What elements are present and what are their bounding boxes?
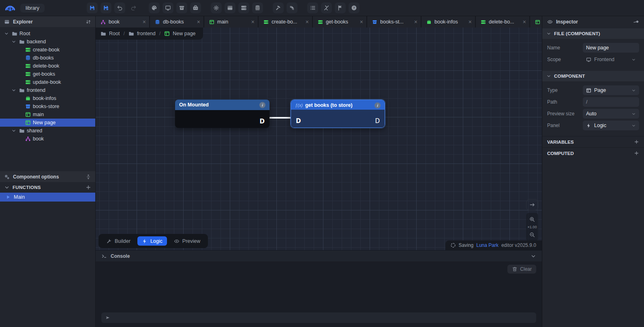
settings-button[interactable] [211,2,222,13]
close-icon[interactable]: × [523,19,526,25]
close-icon[interactable]: × [197,19,200,25]
logs-button[interactable] [307,2,318,13]
output-port[interactable]: D [260,118,265,125]
save-button[interactable] [87,2,98,13]
tree-item-new-page[interactable]: New page [0,119,95,127]
tree-item-root[interactable]: Root [0,30,95,38]
scope-select[interactable]: Frontend [583,55,639,64]
tree-item-frontend[interactable]: frontend [0,86,95,94]
toolbar: ? [87,2,369,13]
tree-item-update-book[interactable]: update-book [0,78,95,86]
save-all-button[interactable] [101,2,111,13]
tab-books-st-[interactable]: books-st...× [367,16,421,28]
functions-section-header[interactable]: FUNCTIONS [0,182,95,193]
mode-builder-button[interactable]: Builder [102,236,135,246]
chevron-down-icon[interactable] [11,88,17,93]
tree-item-create-book[interactable]: create-book [0,46,95,54]
theme-button[interactable] [149,2,160,13]
section-header-component[interactable]: COMPONENT [542,71,644,81]
tab-book[interactable]: book× [96,16,149,28]
zoom-in-button[interactable] [527,214,537,224]
server-icon [25,71,31,77]
app-window-button[interactable] [225,2,235,13]
screens-button[interactable] [163,2,173,13]
deploy-button[interactable] [287,2,297,13]
kit-button[interactable] [190,2,201,13]
brand-link[interactable]: Luna Park [476,242,499,248]
tab-create-bo-[interactable]: create-bo...× [259,16,312,28]
tree-item-book-infos[interactable]: book-infos [0,94,95,102]
close-icon[interactable]: × [251,19,255,25]
tree-item-db-books[interactable]: db-books [0,54,95,62]
sort-icon[interactable] [86,19,91,25]
type-select[interactable]: Page [583,85,639,95]
close-icon[interactable]: × [143,19,146,25]
section-header-computed[interactable]: COMPUTED [542,147,644,159]
close-icon[interactable]: × [306,19,309,25]
add-computed-button[interactable] [634,151,639,156]
tab-db-books[interactable]: db-books× [150,16,203,28]
node-get-books[interactable]: ƒ(x) get books (to store) i D D [291,100,385,128]
pan-right-button[interactable] [526,199,538,210]
collapse-console-button[interactable] [531,253,536,259]
breadcrumb-item-root[interactable]: Root [101,31,120,36]
section-header-variables[interactable]: VARIABLES [542,136,644,147]
info-icon[interactable]: i [374,102,381,108]
folder-icon [19,128,25,134]
input-port[interactable]: D [296,117,301,125]
info-icon[interactable]: i [259,102,265,108]
mode-preview-button[interactable]: Preview [169,236,205,246]
splitter-icon[interactable] [86,174,91,180]
tree-item-book[interactable]: book [0,135,95,143]
tree-item-delete-book[interactable]: delete-book [0,62,95,70]
breadcrumb-item-new-page[interactable]: New page [164,31,195,36]
tab-delete-bo-[interactable]: delete-bo...× [476,16,529,28]
chevron-down-icon[interactable] [4,31,10,36]
tree-item-main[interactable]: main [0,110,95,119]
add-function-button[interactable] [86,185,91,190]
tab-main[interactable]: main× [530,16,542,28]
tree-item-get-books[interactable]: get-books [0,70,95,78]
section-header-file-component-[interactable]: FILE (COMPONENT) [542,28,644,39]
zoom-out-button[interactable] [527,230,537,240]
folder-icon [12,31,17,36]
databases-button[interactable] [252,2,263,13]
function-item-main[interactable]: Main [0,193,95,202]
tree-item-shared[interactable]: shared [0,127,95,135]
name-input[interactable]: New page [583,43,639,53]
console-input[interactable] [113,315,533,321]
servers-button[interactable] [238,2,249,13]
preview-size-select[interactable]: Auto [583,109,639,119]
library-button[interactable]: library [20,4,45,13]
clear-console-button[interactable]: Clear [507,265,536,274]
help-button[interactable]: ? [349,2,359,13]
close-icon[interactable]: × [414,19,417,25]
logic-canvas[interactable]: Root/frontend/New page On Mounted i D ƒ(… [96,28,542,250]
breadcrumb-item-frontend[interactable]: frontend [128,31,156,36]
database-icon [255,5,261,11]
panel-select[interactable]: Logic [583,121,639,130]
tab-get-books[interactable]: get-books× [313,16,366,28]
close-icon[interactable]: × [469,19,472,25]
build-button[interactable] [273,2,284,13]
tab-main[interactable]: main× [204,16,258,28]
pin-icon[interactable] [632,18,640,25]
undo-button[interactable] [114,2,125,13]
add-variables-button[interactable] [634,139,639,144]
flags-button[interactable] [335,2,346,13]
chevron-down-icon[interactable] [11,39,17,44]
tools-button[interactable] [321,2,332,13]
tab-book-infos[interactable]: book-infos× [421,16,475,28]
output-port[interactable]: D [375,117,380,125]
app-logo-icon[interactable] [4,2,16,14]
chevron-down-icon[interactable] [11,128,17,133]
tree-item-backend[interactable]: backend [0,38,95,46]
archive-button[interactable] [176,2,187,13]
redo-button[interactable] [128,2,139,13]
tree-item-books-store[interactable]: books-store [0,102,95,110]
close-icon[interactable]: × [360,19,363,25]
path-input[interactable]: / [583,97,639,107]
page-icon [164,31,170,36]
mode-logic-button[interactable]: Logic [137,236,167,246]
node-on-mounted[interactable]: On Mounted i D [175,100,270,128]
